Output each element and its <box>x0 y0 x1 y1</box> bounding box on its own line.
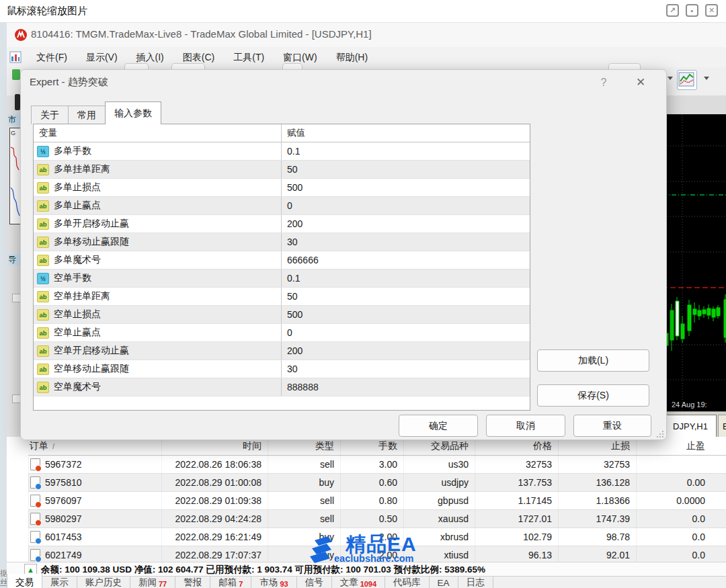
order-row[interactable]: 60174532022.08.29 16:21:49buy2.00xbrusd1… <box>28 528 726 546</box>
param-row[interactable]: ab空单止损点500 <box>34 306 530 324</box>
param-row[interactable]: ab多单移动止赢跟随30 <box>34 233 530 251</box>
param-row[interactable]: ab多单开启移动止赢200 <box>34 215 530 233</box>
value-column-header[interactable]: 赋值 <box>282 127 530 139</box>
order-time: 2022.08.29 01:09:38 <box>161 492 268 509</box>
param-name: 空单止损点 <box>54 308 101 321</box>
resize-grip[interactable] <box>656 430 664 438</box>
price-chart[interactable]: 24 Aug 19: <box>662 114 726 411</box>
order-id: 5975810 <box>45 477 82 488</box>
toolbox-tab-邮箱[interactable]: 邮箱7 <box>210 577 251 588</box>
open-external-icon[interactable]: ↗ <box>666 4 679 17</box>
dialog-tab-输入参数[interactable]: 输入参数 <box>105 101 161 124</box>
toolbox-tab-文章[interactable]: 文章1094 <box>332 577 385 588</box>
param-value[interactable]: 500 <box>282 309 530 320</box>
param-value[interactable]: 30 <box>282 237 530 247</box>
order-symbol: xbrusd <box>403 528 475 546</box>
param-row[interactable]: ab空单移动止赢跟随30 <box>34 360 530 378</box>
param-value[interactable]: 0.1 <box>282 273 530 284</box>
order-price: 32753 <box>475 456 558 473</box>
toolbox-tab-警报[interactable]: 警报 <box>175 577 210 588</box>
order-row[interactable]: 59760972022.08.29 01:09:38sell0.80gbpusd… <box>28 492 726 510</box>
dialog-tab-关于[interactable]: 关于 <box>31 106 69 124</box>
param-row[interactable]: ab空单魔术号888888 <box>34 378 530 396</box>
param-value[interactable]: 50 <box>282 291 530 302</box>
tab-label: 信号 <box>305 577 323 588</box>
chart-tab-next[interactable]: E <box>718 415 726 437</box>
param-value[interactable]: 666666 <box>282 255 530 265</box>
parameters-header-row: 变量 赋值 <box>34 124 530 142</box>
order-tp <box>636 456 711 473</box>
dialog-tab-常用[interactable]: 常用 <box>68 106 106 124</box>
toolbox-tab-信号[interactable]: 信号 <box>297 577 332 588</box>
menu-item-F[interactable]: 文件(F) <box>27 47 77 67</box>
indicators-button[interactable] <box>677 70 697 90</box>
toolbox-tab-交易[interactable]: 交易 <box>7 574 42 588</box>
save-button[interactable]: 保存(S) <box>537 384 649 407</box>
toolbox-tab-代码库[interactable]: 代码库 <box>385 577 430 588</box>
param-value[interactable]: 500 <box>282 182 530 193</box>
param-value[interactable]: 0 <box>282 327 530 338</box>
order-sl: 1747.39 <box>558 510 636 528</box>
toolbox-tab-展示[interactable]: 展示 <box>42 577 77 588</box>
sort-icon: / <box>52 442 54 450</box>
param-value[interactable]: 200 <box>282 345 530 356</box>
param-row[interactable]: ab空单挂单距离50 <box>34 288 530 306</box>
order-type: buy <box>268 474 340 491</box>
chevron-down-icon[interactable] <box>668 77 673 80</box>
toolbox-tab-EA[interactable]: EA <box>430 577 458 588</box>
toolbar-new-order-icon[interactable] <box>12 69 20 80</box>
param-row[interactable]: ab空单开启移动止赢200 <box>34 342 530 360</box>
order-sl: 136.128 <box>558 474 636 491</box>
order-row[interactable]: 59802972022.08.29 04:24:28sell0.50xauusd… <box>28 510 726 528</box>
param-value[interactable]: 0.1 <box>282 146 530 157</box>
param-row[interactable]: ½多单手数0.1 <box>34 142 530 161</box>
toolbox-tab-新闻[interactable]: 新闻77 <box>130 577 175 588</box>
param-row[interactable]: ab多单魔术号666666 <box>34 251 530 269</box>
help-icon[interactable]: ? <box>596 75 611 90</box>
menu-item-V[interactable]: 显示(V) <box>77 47 127 67</box>
menu-item-T[interactable]: 工具(T) <box>224 47 274 67</box>
param-row[interactable]: ab空单止赢点0 <box>34 324 530 342</box>
param-value[interactable]: 30 <box>282 364 530 374</box>
string-param-icon: ab <box>37 291 49 302</box>
reset-button[interactable]: 重设 <box>573 415 651 437</box>
order-symbol: usdjpy <box>403 474 475 491</box>
tab-count-badge: 1094 <box>360 580 376 588</box>
account-status-bar: ▲ 余额: 100 109.38 USD 净值: 102 604.77 已用预付… <box>7 562 726 577</box>
market-watch-tab-fragment[interactable]: 市 <box>8 114 20 126</box>
order-time: 2022.08.29 04:24:28 <box>161 510 268 528</box>
indicator-toolbar <box>662 67 726 95</box>
parameters-table: 变量 赋值 ½多单手数0.1ab多单挂单距离50ab多单止损点500ab多单止赢… <box>33 124 530 411</box>
toolbox-tab-bar: 交易展示账户历史新闻77警报邮箱7市场93信号文章1094代码库EA日志 <box>7 576 726 588</box>
fit-screen-icon[interactable]: ▪ <box>686 4 698 17</box>
order-tp: 0.0 <box>636 510 711 528</box>
menu-item-H[interactable]: 帮助(H) <box>327 47 377 67</box>
numeric-param-icon: ½ <box>37 273 49 284</box>
param-row[interactable]: ab多单挂单距离50 <box>34 161 530 179</box>
tab-label: 市场 <box>259 577 278 588</box>
tick-chart-lines: G <box>10 128 21 224</box>
order-row[interactable]: 59758102022.08.29 01:00:08buy0.60usdjpy1… <box>28 474 726 492</box>
toolbox-tab-日志[interactable]: 日志 <box>458 577 493 588</box>
param-row[interactable]: ½空单手数0.1 <box>34 269 530 288</box>
navigator-tab-fragment[interactable]: 导 <box>8 254 20 265</box>
load-button[interactable]: 加载(L) <box>537 349 649 372</box>
order-row[interactable]: 59673722022.08.26 18:06:38sell3.00us3032… <box>28 456 726 474</box>
param-value[interactable]: 888888 <box>282 382 530 392</box>
chevron-down-icon[interactable] <box>704 77 709 80</box>
cancel-button[interactable]: 取消 <box>486 415 565 437</box>
dialog-close-icon[interactable]: ✕ <box>633 75 649 91</box>
param-value[interactable]: 50 <box>282 164 530 175</box>
variable-column-header[interactable]: 变量 <box>34 124 282 142</box>
param-value[interactable]: 0 <box>282 200 530 211</box>
viewer-toolbar: ↗ ▪ ✕ <box>666 4 718 17</box>
chart-tab-usdjpy[interactable]: DJPY,H1 <box>664 415 717 437</box>
param-value[interactable]: 200 <box>282 218 530 229</box>
ok-button[interactable]: 确定 <box>399 415 478 437</box>
param-row[interactable]: ab多单止损点500 <box>34 179 530 197</box>
close-icon[interactable]: ✕ <box>705 4 718 17</box>
toolbox-tab-账户历史[interactable]: 账户历史 <box>77 577 130 588</box>
order-time: 2022.08.29 01:00:08 <box>161 474 268 491</box>
param-row[interactable]: ab多单止赢点0 <box>34 197 530 215</box>
toolbox-tab-市场[interactable]: 市场93 <box>251 577 296 588</box>
